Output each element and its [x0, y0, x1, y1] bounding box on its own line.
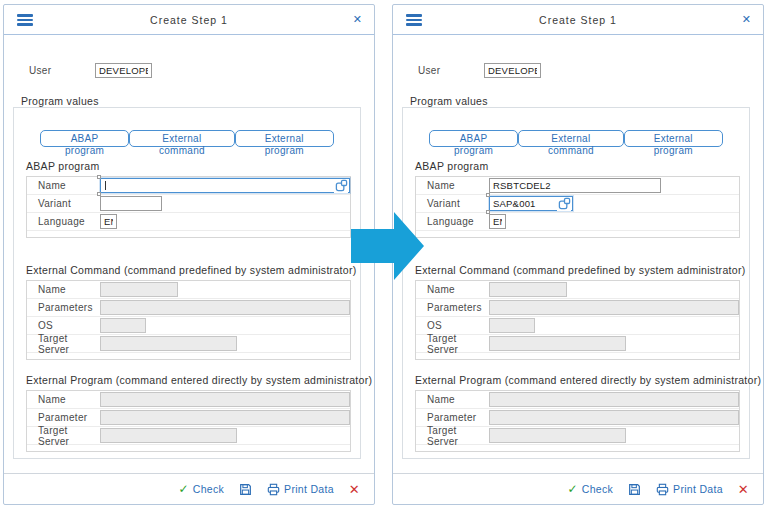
user-row: User DEVELOPER: [418, 63, 541, 78]
check-icon: ✓: [178, 482, 188, 496]
abap-language-row: Language EN: [416, 213, 739, 231]
extprog-target-server-row: Target Server: [27, 427, 350, 445]
close-icon[interactable]: ✕: [742, 13, 751, 26]
check-button[interactable]: ✓ Check: [567, 482, 613, 496]
os-label: OS: [427, 320, 489, 331]
extprog-target-server-field: [489, 428, 626, 443]
program-values-label: Program values: [410, 95, 488, 107]
section-title: ABAP program: [26, 160, 351, 172]
extprog-target-server-field: [100, 428, 237, 443]
field-value: DEVELOPER: [488, 65, 537, 76]
cancel-icon: ✕: [738, 482, 749, 497]
program-values-group: ABAP program External command External p…: [13, 107, 361, 459]
language-label: Language: [427, 216, 489, 227]
abap-name-field[interactable]: [100, 178, 350, 193]
value-help-glyph: [558, 197, 571, 210]
variant-label: Variant: [38, 198, 100, 209]
user-field[interactable]: DEVELOPER: [484, 63, 541, 78]
name-label: Name: [38, 394, 100, 405]
print-button[interactable]: Print Data: [656, 483, 723, 496]
abap-variant-field[interactable]: [100, 196, 162, 211]
program-values-group: ABAP program External command External p…: [402, 107, 750, 459]
extcmd-parameters-field: [100, 300, 350, 315]
os-label: OS: [38, 320, 100, 331]
user-field[interactable]: DEVELOPER: [95, 63, 152, 78]
section-title: ABAP program: [415, 160, 740, 172]
external-command-button[interactable]: External command: [518, 130, 623, 147]
value-help-glyph: [335, 179, 348, 192]
dialog-footer: ✓ Check Print Data ✕: [393, 473, 763, 504]
external-command-section: External Command (command predefined by …: [26, 264, 351, 360]
extcmd-name-row: Name: [27, 281, 350, 299]
extcmd-parameters-row: Parameters: [416, 299, 739, 317]
dialog-titlebar: Create Step 1 ✕: [393, 5, 763, 35]
save-button[interactable]: [239, 483, 252, 496]
parameters-label: Parameters: [427, 302, 489, 313]
target-server-label: Target Server: [38, 333, 100, 355]
menu-icon[interactable]: [406, 14, 422, 26]
extcmd-target-server-field: [489, 336, 626, 351]
extcmd-name-field: [100, 282, 178, 297]
cancel-icon: ✕: [349, 482, 360, 497]
abap-name-field[interactable]: RSBTCDEL2: [489, 178, 661, 193]
external-program-button[interactable]: External program: [235, 130, 334, 147]
save-button[interactable]: [628, 483, 641, 496]
create-step-dialog-after: Create Step 1 ✕ User DEVELOPER Program v…: [392, 4, 764, 505]
extcmd-name-row: Name: [416, 281, 739, 299]
check-button[interactable]: ✓ Check: [178, 482, 224, 496]
save-icon: [628, 483, 641, 496]
print-label: Print Data: [284, 483, 334, 495]
dialog-titlebar: Create Step 1 ✕: [4, 5, 374, 35]
value-help-icon[interactable]: [557, 197, 571, 211]
external-program-fieldbox: Name Parameter Target Server: [415, 390, 740, 452]
program-type-buttons: ABAP program External command External p…: [14, 130, 360, 147]
program-values-label: Program values: [21, 95, 99, 107]
target-server-label: Target Server: [38, 425, 100, 447]
dialog-title: Create Step 1: [4, 14, 374, 26]
abap-language-field[interactable]: EN: [100, 214, 117, 229]
print-label: Print Data: [673, 483, 723, 495]
abap-variant-field[interactable]: SAP&001: [489, 196, 573, 211]
language-label: Language: [38, 216, 100, 227]
cancel-button[interactable]: ✕: [738, 482, 749, 497]
extprog-name-field: [100, 392, 350, 407]
parameter-label: Parameter: [38, 412, 100, 423]
menu-icon[interactable]: [17, 14, 33, 26]
text-caret: [105, 181, 106, 190]
value-help-icon[interactable]: [334, 179, 348, 193]
abap-fieldbox: Name RSBTCDEL2 Variant SAP&001: [415, 176, 740, 238]
abap-program-button[interactable]: ABAP program: [40, 130, 129, 147]
name-label: Name: [38, 180, 100, 191]
abap-name-row: Name RSBTCDEL2: [416, 177, 739, 195]
name-label: Name: [427, 180, 489, 191]
field-value: EN: [104, 216, 113, 227]
close-icon[interactable]: ✕: [353, 13, 362, 26]
external-command-button[interactable]: External command: [129, 130, 234, 147]
print-button[interactable]: Print Data: [267, 483, 334, 496]
name-label: Name: [38, 284, 100, 295]
cancel-button[interactable]: ✕: [349, 482, 360, 497]
external-command-fieldbox: Name Parameters OS Target Server: [26, 280, 351, 360]
extcmd-os-field: [489, 318, 535, 333]
parameters-label: Parameters: [38, 302, 100, 313]
field-value: EN: [493, 216, 502, 227]
field-value: RSBTCDEL2: [493, 180, 551, 191]
check-icon: ✓: [567, 482, 577, 496]
external-program-button[interactable]: External program: [624, 130, 723, 147]
extcmd-target-server-row: Target Server: [27, 335, 350, 353]
create-step-dialog-before: Create Step 1 ✕ User DEVELOPER Program v…: [3, 4, 375, 505]
print-icon: [656, 483, 669, 496]
abap-program-button[interactable]: ABAP program: [429, 130, 518, 147]
abap-language-field[interactable]: EN: [489, 214, 506, 229]
field-value: SAP&001: [493, 198, 536, 209]
check-label: Check: [582, 483, 613, 495]
external-program-section: External Program (command entered direct…: [415, 374, 740, 452]
external-program-fieldbox: Name Parameter Target Server: [26, 390, 351, 452]
print-icon: [267, 483, 280, 496]
variant-label: Variant: [427, 198, 489, 209]
abap-variant-row: Variant SAP&001: [416, 195, 739, 213]
extprog-name-row: Name: [416, 391, 739, 409]
target-server-label: Target Server: [427, 425, 489, 447]
extcmd-parameters-row: Parameters: [27, 299, 350, 317]
extprog-parameter-field: [100, 410, 350, 425]
